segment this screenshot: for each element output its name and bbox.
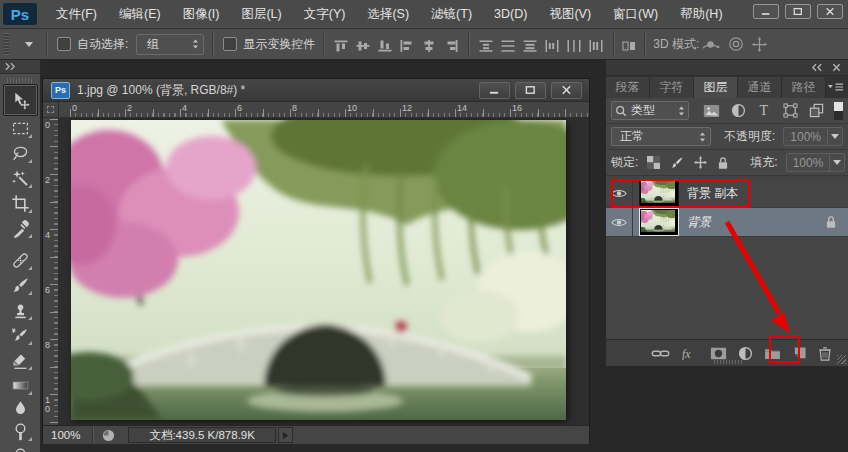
photo-bridge-scene[interactable] [71,120,566,420]
doc-maximize-button[interactable] [515,82,546,99]
vertical-ruler[interactable]: 0 2 4 6 8 10 [43,118,59,425]
tool-blur[interactable] [6,396,34,420]
tab-channels[interactable]: 通道 [738,77,782,98]
auto-select-dropdown[interactable]: 组 [136,34,204,55]
auto-align-layers-icon[interactable] [622,38,636,50]
filter-adjustment-layers-icon[interactable] [731,103,746,118]
align-top-edges-icon[interactable] [334,38,348,50]
3d-pan-icon[interactable] [752,37,767,52]
tool-crop[interactable] [6,191,34,215]
filter-pixel-layers-icon[interactable] [703,104,720,118]
3d-roll-icon[interactable] [728,36,744,52]
tab-character[interactable]: 字符 [650,77,694,98]
tool-pen[interactable] [6,444,34,452]
layer-name[interactable]: 背景 副本 [687,185,738,202]
menu-item-layer[interactable]: 图层(L) [230,0,292,28]
tab-paragraph[interactable]: 段落 [606,77,650,98]
tool-quick-selection[interactable] [6,166,34,190]
panel-menu-icon[interactable] [827,82,844,92]
tool-rectangular-marquee[interactable] [6,116,34,140]
menu-item-file[interactable]: 文件(F) [45,0,108,28]
distribute-horizontal-centers-icon[interactable] [567,38,581,50]
tool-dodge[interactable] [6,419,34,443]
menu-item-image[interactable]: 图像(I) [172,0,231,28]
filter-smart-objects-icon[interactable] [809,103,824,118]
minimize-button[interactable] [753,4,779,19]
tool-lasso[interactable] [6,141,34,165]
ruler-origin[interactable] [43,102,59,118]
horizontal-ruler[interactable]: 0 2 4 6 8 10 12 14 16 [59,102,589,118]
lock-position-icon[interactable] [694,156,707,169]
opacity-field[interactable]: 100% [783,127,843,146]
tool-clone-stamp[interactable] [6,298,34,322]
layer-thumbnail[interactable] [640,180,678,206]
menu-item-3d[interactable]: 3D(D) [483,0,538,28]
tool-gradient[interactable] [6,373,34,397]
layer-visibility-icon[interactable] [611,188,627,199]
status-menu-arrow-icon[interactable] [278,427,293,443]
delete-layer-button[interactable] [818,346,832,361]
3d-orbit-icon[interactable] [701,37,720,52]
options-bar-grip[interactable] [3,33,9,55]
tool-brush[interactable] [6,273,34,297]
menu-item-help[interactable]: 帮助(H) [669,0,733,28]
tab-layers[interactable]: 图层 [694,77,738,98]
distribute-left-edges-icon[interactable] [545,38,559,50]
maximize-button[interactable] [785,4,811,19]
tool-spot-healing-brush[interactable] [6,248,34,272]
zoom-level-field[interactable]: 100% [43,426,93,444]
doc-close-button[interactable] [551,82,582,99]
tab-paths[interactable]: 路径 [782,77,826,98]
align-left-edges-icon[interactable] [400,38,414,50]
menu-item-filter[interactable]: 滤镜(T) [420,0,483,28]
toolbar-grip[interactable] [7,78,33,83]
filter-shape-layers-icon[interactable] [783,103,798,118]
doc-minimize-button[interactable] [479,82,510,99]
document-title-bar[interactable]: Ps 1.jpg @ 100% (背景, RGB/8#) * [43,79,589,102]
move-tool-preset[interactable] [16,42,38,47]
close-panel-icon[interactable] [832,63,841,72]
distribute-vertical-centers-icon[interactable] [501,38,515,50]
fill-field[interactable]: 100% [786,153,846,172]
menu-item-window[interactable]: 窗口(W) [602,0,669,28]
filter-type-layers-icon[interactable]: T [757,103,772,118]
layer-thumbnail[interactable] [640,209,678,235]
layer-visibility-icon[interactable] [611,217,627,228]
collapse-panels-icon[interactable] [810,63,823,72]
tool-move[interactable] [3,84,38,116]
show-transform-checkbox[interactable] [223,37,237,51]
menu-item-edit[interactable]: 编辑(E) [108,0,172,28]
filter-type-dropdown[interactable]: 类型 [611,101,689,120]
menu-item-view[interactable]: 视图(V) [538,0,602,28]
tool-eyedropper[interactable] [6,216,34,240]
menu-item-type[interactable]: 文字(Y) [293,0,357,28]
collapse-toolbar-icon[interactable] [4,62,17,71]
add-layer-mask-button[interactable] [710,347,727,360]
layer-row-background-copy[interactable]: 背景 副本 [606,179,848,208]
menu-item-select[interactable]: 选择(S) [356,0,420,28]
layer-style-button[interactable]: fx [681,347,699,360]
distribute-top-edges-icon[interactable] [479,38,493,50]
canvas-area[interactable] [59,118,589,425]
filtering-toggle[interactable] [834,102,843,120]
close-button[interactable] [817,4,843,19]
new-layer-button[interactable] [792,346,807,361]
distribute-right-edges-icon[interactable] [589,38,603,50]
lock-all-icon[interactable] [717,156,729,170]
link-layers-button[interactable] [651,348,670,359]
tool-history-brush[interactable] [6,323,34,347]
layer-name[interactable]: 背景 [687,214,711,231]
auto-select-checkbox[interactable] [57,37,71,51]
align-horizontal-centers-icon[interactable] [422,38,436,50]
blend-mode-dropdown[interactable]: 正常 [611,127,711,146]
new-group-button[interactable] [764,347,781,360]
lock-image-pixels-icon[interactable] [670,156,684,170]
tool-eraser[interactable] [6,348,34,372]
align-bottom-edges-icon[interactable] [378,38,392,50]
lock-transparent-pixels-icon[interactable] [647,156,660,169]
align-vertical-centers-icon[interactable] [356,38,370,50]
distribute-bottom-edges-icon[interactable] [523,38,537,50]
align-right-edges-icon[interactable] [444,38,458,50]
adjustment-layer-button[interactable] [738,346,753,361]
layer-row-background[interactable]: 背景 [606,208,848,237]
